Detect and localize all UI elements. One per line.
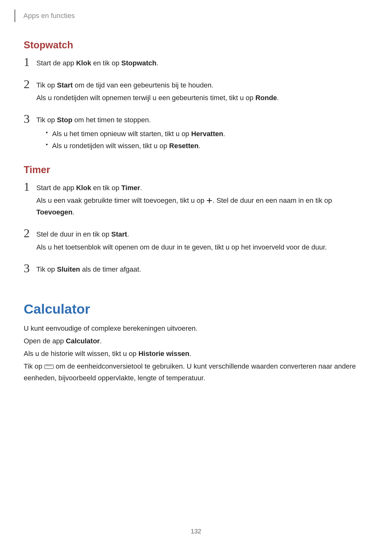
step-body: Start de app Klok en tik op Stopwatch.	[36, 58, 368, 70]
section-title-calculator: Calculator	[24, 301, 368, 317]
svg-rect-2	[45, 365, 53, 369]
text: .	[277, 94, 279, 102]
step-body: Tik op Stop om het timen te stoppen. Als…	[36, 115, 368, 152]
text: Open de app	[24, 337, 66, 345]
step-item: 2 Tik op Start om de tijd van een gebeur…	[24, 80, 368, 105]
step-number: 3	[24, 113, 36, 125]
text: .	[223, 130, 225, 138]
text: .	[198, 142, 200, 150]
text-bold: Hervatten	[191, 130, 223, 138]
text-bold: Klok	[76, 59, 91, 67]
section-title-stopwatch: Stopwatch	[24, 39, 368, 51]
text-bold: Resetten	[169, 142, 199, 150]
text: Als u een vaak gebruikte timer wilt toev…	[36, 196, 206, 204]
text: om de tijd van een gebeurtenis bij te ho…	[73, 81, 213, 89]
text-bold: Calculator	[66, 337, 100, 345]
plus-icon	[206, 196, 213, 207]
text-bold: Ronde	[255, 94, 277, 102]
text: Tik op	[24, 362, 44, 370]
text: om de eenheidconversietool te gebruiken.…	[24, 362, 356, 382]
text: Start de app	[36, 184, 76, 192]
text: .	[190, 350, 191, 358]
text: Tik op	[36, 265, 57, 273]
step-item: 3 Tik op Sluiten als de timer afgaat.	[24, 264, 368, 276]
text-bold: Sluiten	[57, 265, 80, 273]
paragraph: Open de app Calculator.	[24, 336, 368, 346]
text: .	[73, 208, 75, 216]
text-bold: Stop	[57, 116, 72, 124]
text: om het timen te stoppen.	[72, 116, 151, 124]
step-number: 1	[24, 181, 36, 193]
text: Als u rondetijden wilt opnemen terwijl u…	[36, 94, 255, 102]
paragraph: Als u de historie wilt wissen, tikt u op…	[24, 348, 368, 359]
text-bold: Start	[57, 81, 73, 89]
step-item: 3 Tik op Stop om het timen te stoppen. A…	[24, 115, 368, 152]
page-header: Apps en functies	[14, 9, 368, 22]
paragraph: Tik op om de eenheidconversietool te geb…	[24, 361, 368, 383]
text-bold: Stopwatch	[121, 59, 156, 67]
text: .	[127, 230, 129, 238]
text: .	[100, 337, 102, 345]
text-bold: Start	[111, 230, 127, 238]
text: en tik op	[91, 59, 121, 67]
text: .	[140, 184, 142, 192]
step-body: Tik op Start om de tijd van een gebeurte…	[36, 80, 368, 105]
step-body: Tik op Sluiten als de timer afgaat.	[36, 264, 368, 276]
text: .	[156, 59, 158, 67]
text-bold: Klok	[76, 184, 91, 192]
text: Als u rondetijden wilt wissen, tikt u op	[52, 142, 169, 150]
step-item: 1 Start de app Klok en tik op Timer. Als…	[24, 183, 368, 219]
text: Tik op	[36, 81, 57, 89]
paragraph: U kunt eenvoudige of complexe berekening…	[24, 323, 368, 334]
bullet-list: Als u het timen opnieuw wilt starten, ti…	[36, 128, 368, 152]
step-number: 3	[24, 262, 36, 274]
text: Stel de duur in en tik op	[36, 230, 111, 238]
text: Start de app	[36, 59, 76, 67]
step-item: 2 Stel de duur in en tik op Start. Als u…	[24, 229, 368, 254]
text-bold: Timer	[121, 184, 140, 192]
section-title-timer: Timer	[24, 164, 368, 176]
step-number: 2	[24, 78, 36, 90]
page-number: 132	[0, 528, 392, 535]
text: U kunt eenvoudige of complexe berekening…	[24, 324, 197, 332]
text: Als u het timen opnieuw wilt starten, ti…	[52, 130, 191, 138]
step-number: 2	[24, 227, 36, 239]
text-bold: Historie wissen	[138, 350, 189, 358]
text: Tik op	[36, 116, 57, 124]
step-item: 1 Start de app Klok en tik op Stopwatch.	[24, 58, 368, 70]
ruler-icon	[44, 362, 54, 373]
step-body: Start de app Klok en tik op Timer. Als u…	[36, 183, 368, 219]
step-number: 1	[24, 56, 36, 68]
list-item: Als u het timen opnieuw wilt starten, ti…	[46, 128, 368, 140]
step-body: Stel de duur in en tik op Start. Als u h…	[36, 229, 368, 254]
text: als de timer afgaat.	[80, 265, 141, 273]
text: Als u de historie wilt wissen, tikt u op	[24, 350, 138, 358]
text: . Stel de duur en een naam in en tik op	[213, 196, 332, 204]
header-bar-icon	[14, 9, 15, 22]
text: Als u het toetsenblok wilt openen om de …	[36, 243, 327, 251]
text-bold: Toevoegen	[36, 208, 73, 216]
breadcrumb: Apps en functies	[23, 12, 75, 20]
text: en tik op	[91, 184, 121, 192]
list-item: Als u rondetijden wilt wissen, tikt u op…	[46, 140, 368, 152]
